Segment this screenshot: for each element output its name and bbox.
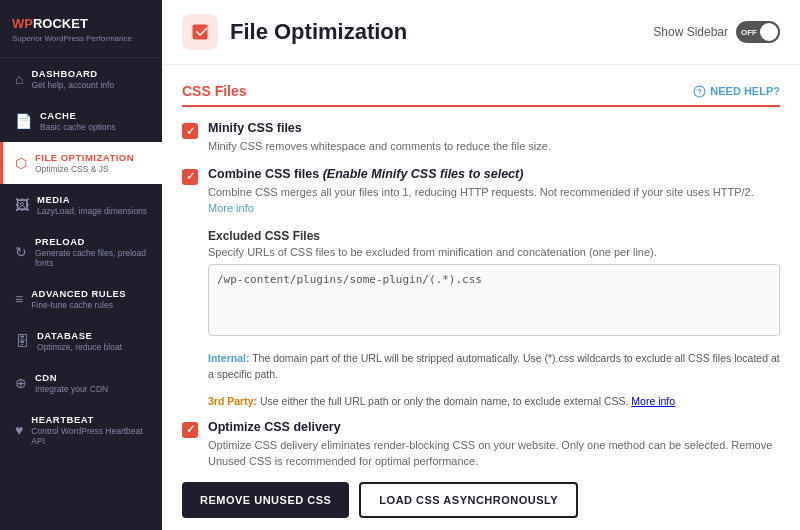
- sidebar: WPROCKET Superior WordPress Performance …: [0, 0, 162, 530]
- svg-text:?: ?: [697, 87, 702, 96]
- nav-sub-file-optimization: Optimize CSS & JS: [35, 164, 150, 174]
- nav-label-dashboard: DASHBOARD: [31, 68, 150, 79]
- load-css-async-button[interactable]: LOAD CSS ASYNCHRONOUSLY: [359, 482, 578, 518]
- internal-label: Internal:: [208, 352, 249, 364]
- sidebar-logo: WPROCKET Superior WordPress Performance: [0, 0, 162, 58]
- nav-label-database: DATABASE: [37, 330, 150, 341]
- nav-sub-cdn: Integrate your CDN: [35, 384, 150, 394]
- 3rdparty-label: 3rd Party:: [208, 395, 257, 407]
- file-optimization-icon: [182, 14, 218, 50]
- excluded-label: Excluded CSS Files: [208, 229, 780, 243]
- nav-icon-cdn: ⊕: [15, 375, 27, 391]
- sidebar-item-cdn[interactable]: ⊕ CDN Integrate your CDN: [0, 362, 162, 404]
- combine-css-desc: Combine CSS merges all your files into 1…: [208, 184, 780, 217]
- nav-label-cdn: CDN: [35, 372, 150, 383]
- optimize-css-checkbox[interactable]: ✓: [182, 422, 198, 438]
- logo-rocket: ROCKET: [33, 16, 88, 31]
- sidebar-item-dashboard[interactable]: ⌂ DASHBOARD Get help, account info: [0, 58, 162, 100]
- nav-label-preload: PRELOAD: [35, 236, 150, 247]
- sidebar-item-database[interactable]: 🗄 DATABASE Optimize, reduce bloat: [0, 320, 162, 362]
- page-title: File Optimization: [230, 19, 653, 45]
- nav-sub-advanced-rules: Fine-tune cache rules: [31, 300, 150, 310]
- sidebar-toggle[interactable]: Show Sidebar OFF: [653, 21, 780, 43]
- nav-sub-dashboard: Get help, account info: [31, 80, 150, 90]
- nav-icon-cache: 📄: [15, 113, 32, 129]
- sidebar-item-file-optimization[interactable]: ⬡ FILE OPTIMIZATION Optimize CSS & JS: [0, 142, 162, 184]
- page-content: CSS Files ? NEED HELP? ✓ Minify CSS file…: [162, 65, 800, 530]
- main-content: File Optimization Show Sidebar OFF CSS F…: [162, 0, 800, 530]
- excluded-textarea[interactable]: /wp-content/plugins/some-plugin/(.*).css: [208, 264, 780, 336]
- css-section-title: CSS Files: [182, 83, 247, 99]
- nav-label-heartbeat: HEARTBEAT: [31, 414, 150, 425]
- nav-sub-database: Optimize, reduce bloat: [37, 342, 150, 352]
- optimize-css-title: Optimize CSS delivery: [208, 420, 780, 434]
- remove-unused-css-button[interactable]: REMOVE UNUSED CSS: [182, 482, 349, 518]
- info-3rdparty: 3rd Party: Use either the full URL path …: [208, 393, 780, 410]
- minify-css-checkbox[interactable]: ✓: [182, 123, 198, 139]
- combine-css-content: Combine CSS files (Enable Minify CSS fil…: [208, 167, 780, 217]
- nav-sub-heartbeat: Control WordPress Heartbeat API: [31, 426, 150, 446]
- toggle-knob: [760, 23, 778, 41]
- minify-css-content: Minify CSS files Minify CSS removes whit…: [208, 121, 551, 155]
- need-help-link[interactable]: ? NEED HELP?: [693, 85, 780, 98]
- nav-sub-preload: Generate cache files, preload fonts: [35, 248, 150, 268]
- sidebar-navigation: ⌂ DASHBOARD Get help, account info 📄 CAC…: [0, 58, 162, 530]
- 3rdparty-more-info[interactable]: More info: [631, 395, 675, 407]
- nav-icon-file-optimization: ⬡: [15, 155, 27, 171]
- optimize-css-content: Optimize CSS delivery Optimize CSS deliv…: [208, 420, 780, 470]
- nav-sub-media: LazyLoad, image dimensions: [37, 206, 150, 216]
- logo-wp: WP: [12, 16, 33, 31]
- combine-css-title: Combine CSS files (Enable Minify CSS fil…: [208, 167, 780, 181]
- combine-css-more-info[interactable]: More info: [208, 202, 254, 214]
- optimize-css-row: ✓ Optimize CSS delivery Optimize CSS del…: [182, 420, 780, 470]
- nav-icon-heartbeat: ♥: [15, 422, 23, 438]
- sidebar-item-cache[interactable]: 📄 CACHE Basic cache options: [0, 100, 162, 142]
- nav-icon-database: 🗄: [15, 333, 29, 349]
- sidebar-item-heartbeat[interactable]: ♥ HEARTBEAT Control WordPress Heartbeat …: [0, 404, 162, 456]
- logo-sub: Superior WordPress Performance: [12, 34, 150, 43]
- css-section-header: CSS Files ? NEED HELP?: [182, 83, 780, 107]
- internal-text: The domain part of the URL will be strip…: [208, 352, 780, 381]
- nav-sub-cache: Basic cache options: [40, 122, 150, 132]
- 3rdparty-text: Use either the full URL path or only the…: [257, 395, 628, 407]
- nav-label-media: MEDIA: [37, 194, 150, 205]
- toggle-state: OFF: [741, 28, 757, 37]
- excluded-sub: Specify URLs of CSS files to be excluded…: [208, 246, 780, 258]
- sidebar-toggle-label: Show Sidebar: [653, 25, 728, 39]
- info-internal: Internal: The domain part of the URL wil…: [208, 350, 780, 384]
- nav-icon-media: 🖼: [15, 197, 29, 213]
- nav-label-file-optimization: FILE OPTIMIZATION: [35, 152, 150, 163]
- combine-css-row: ✓ Combine CSS files (Enable Minify CSS f…: [182, 167, 780, 217]
- minify-css-desc: Minify CSS removes whitespace and commen…: [208, 138, 551, 155]
- need-help-label: NEED HELP?: [710, 85, 780, 97]
- combine-css-checkbox[interactable]: ✓: [182, 169, 198, 185]
- sidebar-item-advanced-rules[interactable]: ≡ ADVANCED RULES Fine-tune cache rules: [0, 278, 162, 320]
- footer-buttons: REMOVE UNUSED CSS LOAD CSS ASYNCHRONOUSL…: [182, 482, 780, 518]
- minify-css-row: ✓ Minify CSS files Minify CSS removes wh…: [182, 121, 780, 155]
- nav-icon-dashboard: ⌂: [15, 71, 23, 87]
- nav-label-cache: CACHE: [40, 110, 150, 121]
- nav-label-advanced-rules: ADVANCED RULES: [31, 288, 150, 299]
- sidebar-item-media[interactable]: 🖼 MEDIA LazyLoad, image dimensions: [0, 184, 162, 226]
- excluded-css-section: Excluded CSS Files Specify URLs of CSS f…: [208, 229, 780, 340]
- page-header: File Optimization Show Sidebar OFF: [162, 0, 800, 65]
- nav-icon-preload: ↻: [15, 244, 27, 260]
- toggle-switch[interactable]: OFF: [736, 21, 780, 43]
- nav-icon-advanced-rules: ≡: [15, 291, 23, 307]
- minify-css-title: Minify CSS files: [208, 121, 551, 135]
- sidebar-item-preload[interactable]: ↻ PRELOAD Generate cache files, preload …: [0, 226, 162, 278]
- optimize-css-desc: Optimize CSS delivery eliminates render-…: [208, 437, 780, 470]
